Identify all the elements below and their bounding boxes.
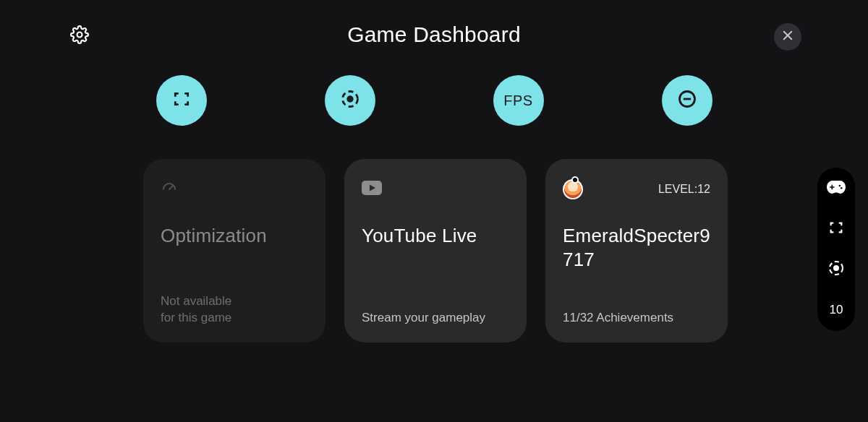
gear-icon bbox=[70, 25, 89, 47]
do-not-disturb-icon bbox=[677, 89, 697, 112]
profile-username: EmeraldSpecter9717 bbox=[563, 224, 710, 271]
gamepad-icon bbox=[827, 180, 846, 197]
floating-rail: 10 bbox=[817, 168, 855, 331]
svg-point-0 bbox=[77, 33, 82, 38]
screenshot-icon bbox=[172, 90, 191, 111]
level-label: LEVEL:12 bbox=[658, 183, 710, 196]
svg-point-4 bbox=[346, 95, 353, 102]
settings-button[interactable] bbox=[69, 26, 90, 46]
youtube-live-card[interactable]: YouTube Live Stream your gameplay bbox=[344, 159, 527, 343]
close-button[interactable] bbox=[774, 23, 801, 51]
close-icon bbox=[781, 29, 794, 45]
avatar bbox=[563, 179, 583, 199]
record-button[interactable] bbox=[325, 75, 375, 126]
optimization-card: Optimization Not available for this game bbox=[143, 159, 326, 343]
fps-button[interactable]: FPS bbox=[493, 75, 544, 126]
record-icon bbox=[827, 259, 845, 280]
rail-screenshot-button[interactable] bbox=[825, 218, 847, 240]
optimization-subtitle: Not available for this game bbox=[161, 293, 231, 327]
profile-card[interactable]: LEVEL:12 EmeraldSpecter9717 11/32 Achiev… bbox=[545, 159, 728, 343]
rail-game-button[interactable] bbox=[825, 178, 847, 199]
screenshot-button[interactable] bbox=[156, 75, 207, 126]
page-title: Game Dashboard bbox=[347, 22, 521, 47]
quick-actions-row: FPS bbox=[0, 75, 868, 126]
youtube-title: YouTube Live bbox=[362, 224, 509, 248]
cards-row: Optimization Not available for this game… bbox=[143, 159, 868, 343]
profile-achievements: 11/32 Achievements bbox=[563, 310, 673, 327]
optimization-title: Optimization bbox=[161, 224, 308, 248]
header: Game Dashboard bbox=[0, 0, 868, 69]
screenshot-icon bbox=[828, 220, 844, 238]
rail-record-button[interactable] bbox=[825, 259, 847, 280]
rail-fps-value[interactable]: 10 bbox=[825, 299, 847, 321]
record-icon bbox=[340, 89, 360, 112]
speedometer-icon bbox=[161, 179, 178, 199]
youtube-subtitle: Stream your gameplay bbox=[362, 310, 485, 327]
svg-line-7 bbox=[169, 186, 173, 189]
fps-label: FPS bbox=[503, 92, 532, 109]
svg-point-11 bbox=[833, 265, 839, 271]
youtube-icon bbox=[362, 181, 382, 198]
dnd-button[interactable] bbox=[662, 75, 712, 126]
rail-fps-text: 10 bbox=[830, 303, 843, 317]
